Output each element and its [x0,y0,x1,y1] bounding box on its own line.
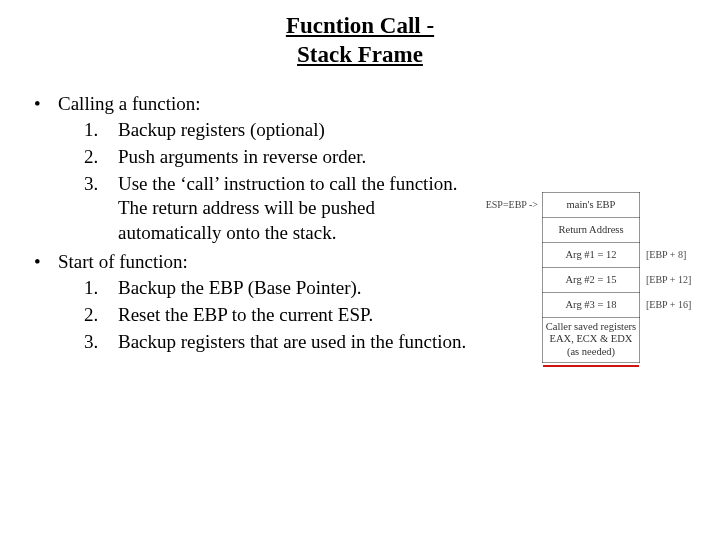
empty-left-label [480,292,543,317]
stack-cell: Return Address [543,217,640,242]
offset-label [640,217,693,242]
stack-cell: Arg #2 = 15 [543,267,640,292]
empty-left-label [480,242,543,267]
content-row: Calling a function: Backup registers (op… [28,92,692,367]
stack-cell: main's EBP [543,192,640,217]
text-column: Calling a function: Backup registers (op… [28,92,478,359]
table-row: ESP=EBP -> main's EBP [480,192,692,217]
slide: Fucntion Call - Stack Frame Calling a fu… [0,0,720,540]
offset-label [640,192,693,217]
stack-cell: Arg #1 = 12 [543,242,640,267]
list-item: Push arguments in reverse order. [84,145,474,170]
numbered-list: Backup the EBP (Base Pointer). Reset the… [58,276,474,354]
list-item: Use the ‘call’ instruction to call the f… [84,172,474,246]
empty-right-label [640,362,693,367]
table-row: Arg #1 = 12 [EBP + 8] [480,242,692,267]
title-line-1: Fucntion Call - [286,13,434,38]
red-divider-icon [543,365,639,367]
caller-saved-line: (as needed) [567,346,615,357]
bullet-lead: Start of function: [58,251,188,272]
empty-left-label [480,217,543,242]
table-row: Arg #3 = 18 [EBP + 16] [480,292,692,317]
list-item: Backup registers (optional) [84,118,474,143]
title-line-2: Stack Frame [297,42,423,67]
esp-ebp-pointer-label: ESP=EBP -> [480,192,543,217]
empty-left-label [480,362,543,367]
caller-saved-line: EAX, ECX & EDX [550,333,633,344]
empty-right-label [640,317,693,362]
list-item: Backup the EBP (Base Pointer). [84,276,474,301]
stack-cell: Arg #3 = 18 [543,292,640,317]
table-row: Return Address [480,217,692,242]
slide-title: Fucntion Call - Stack Frame [28,12,692,70]
list-item: Backup registers that are used in the fu… [84,330,474,355]
table-row: Caller saved registers EAX, ECX & EDX (a… [480,317,692,362]
caller-saved-line: Caller saved registers [546,321,636,332]
offset-label: [EBP + 16] [640,292,693,317]
stack-table: ESP=EBP -> main's EBP Return Address Arg… [480,192,692,367]
empty-left-label [480,267,543,292]
stack-diagram: ESP=EBP -> main's EBP Return Address Arg… [480,192,692,367]
numbered-list: Backup registers (optional) Push argumen… [58,118,474,245]
bullet-item: Calling a function: Backup registers (op… [28,92,474,246]
table-row: Arg #2 = 15 [EBP + 12] [480,267,692,292]
bullet-item: Start of function: Backup the EBP (Base … [28,250,474,355]
bullet-lead: Calling a function: [58,93,200,114]
bullet-list: Calling a function: Backup registers (op… [28,92,474,355]
empty-left-label [480,317,543,362]
stack-cell-caller-saved: Caller saved registers EAX, ECX & EDX (a… [543,317,640,362]
list-item: Reset the EBP to the current ESP. [84,303,474,328]
stack-bottom-red-line [543,362,640,367]
table-row [480,362,692,367]
offset-label: [EBP + 8] [640,242,693,267]
offset-label: [EBP + 12] [640,267,693,292]
